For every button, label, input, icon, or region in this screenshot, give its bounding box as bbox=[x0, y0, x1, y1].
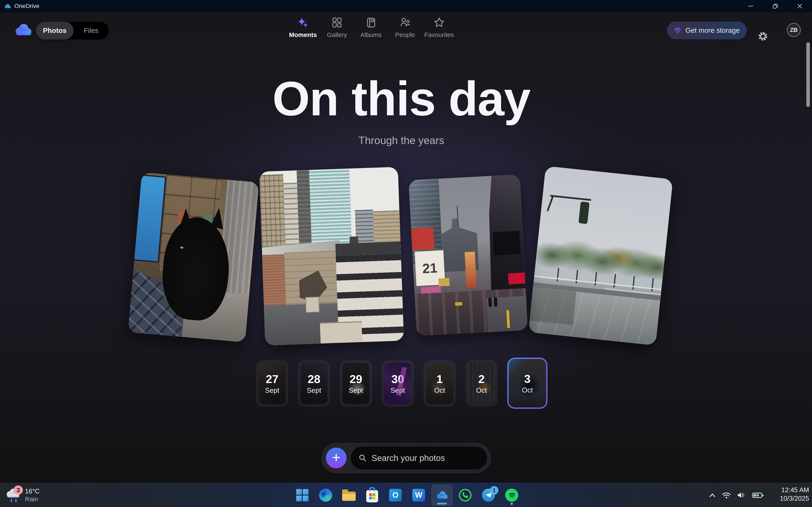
get-more-storage-button[interactable]: Get more storage bbox=[667, 21, 747, 39]
taskbar-microsoft-store[interactable] bbox=[361, 485, 384, 506]
volume-icon[interactable] bbox=[737, 491, 747, 499]
tab-favourites-label: Favourites bbox=[424, 31, 454, 39]
date-chip-30-sept[interactable]: 30 Sept bbox=[382, 360, 414, 407]
toggle-photos[interactable]: Photos bbox=[36, 22, 73, 40]
onedrive-cloud-logo bbox=[13, 22, 33, 37]
chip-month: Sept bbox=[307, 387, 321, 394]
date-chip-thumbnail: 28 Sept bbox=[301, 363, 327, 404]
rain-cloud-icon: 3 bbox=[5, 486, 21, 504]
date-chip-29-sept[interactable]: 29 Sept bbox=[340, 360, 372, 407]
tab-gallery-label: Gallery bbox=[327, 31, 347, 39]
date-chip-thumbnail: 27 Sept bbox=[259, 363, 286, 404]
date-chip-1-oct[interactable]: 1 Oct bbox=[423, 360, 456, 407]
clock-time: 12:45 AM bbox=[780, 486, 809, 494]
chip-month: Sept bbox=[265, 387, 280, 394]
taskbar-telegram[interactable]: 1 bbox=[477, 485, 500, 506]
search-field[interactable] bbox=[351, 447, 487, 469]
date-chip-27-sept[interactable]: 27 Sept bbox=[256, 360, 288, 407]
avatar-initials: ZB bbox=[790, 27, 798, 34]
black-sign bbox=[493, 231, 520, 256]
tab-people[interactable]: People bbox=[388, 17, 422, 39]
close-button[interactable] bbox=[788, 0, 812, 12]
account-avatar[interactable]: ZB bbox=[787, 23, 801, 37]
word-icon: W bbox=[412, 489, 425, 502]
taskbar-clock[interactable]: 12:45 AM 10/3/2025 bbox=[780, 486, 809, 503]
taskbar-file-explorer[interactable] bbox=[337, 485, 361, 506]
tab-favourites[interactable]: Favourites bbox=[422, 17, 456, 39]
billboard-text: 21 bbox=[422, 260, 438, 276]
tab-albums[interactable]: Albums bbox=[354, 17, 388, 39]
file-explorer-icon bbox=[342, 490, 356, 501]
wifi-icon[interactable] bbox=[721, 491, 731, 499]
outlook-icon: O bbox=[389, 489, 402, 502]
chip-day: 27 bbox=[266, 373, 278, 385]
star-icon bbox=[434, 17, 445, 28]
chip-month: Sept bbox=[391, 387, 405, 394]
chip-day: 30 bbox=[392, 373, 404, 385]
taskbar-word[interactable]: W bbox=[407, 485, 430, 506]
telegram-icon: 1 bbox=[482, 489, 495, 502]
windows-logo-icon bbox=[296, 489, 308, 501]
weather-widget[interactable]: 3 16°C Rain bbox=[5, 485, 40, 506]
windows-taskbar: 3 16°C Rain bbox=[0, 483, 812, 507]
page-title: On this day bbox=[0, 73, 803, 124]
start-button[interactable] bbox=[291, 485, 314, 506]
onedrive-app-icon bbox=[435, 490, 449, 500]
hidden-icons-chevron[interactable] bbox=[709, 493, 716, 498]
running-app-indicator bbox=[511, 503, 513, 505]
battery-charging-icon[interactable] bbox=[752, 492, 764, 499]
toggle-files[interactable]: Files bbox=[73, 22, 109, 40]
chip-month: Sept bbox=[349, 387, 363, 394]
taskbar-outlook[interactable]: O bbox=[384, 485, 407, 506]
date-chip-28-sept[interactable]: 28 Sept bbox=[298, 360, 330, 407]
terrace bbox=[320, 321, 362, 343]
yellow-billboard bbox=[438, 278, 450, 286]
photo-search-bar: + bbox=[322, 443, 491, 473]
onedrive-window: OneDrive bbox=[0, 0, 812, 507]
red-billboard bbox=[411, 227, 434, 250]
tab-favourites-people-label: People bbox=[395, 31, 415, 39]
taskbar-spotify[interactable] bbox=[500, 485, 523, 506]
chip-month: Oct bbox=[522, 387, 532, 394]
minimize-button[interactable] bbox=[739, 0, 763, 12]
date-chip-3-oct-selected[interactable]: 3 Oct bbox=[507, 358, 548, 409]
window-title: OneDrive bbox=[14, 3, 39, 9]
restore-icon bbox=[772, 3, 778, 9]
album-book-icon bbox=[366, 17, 376, 28]
telegram-badge: 1 bbox=[490, 486, 498, 495]
weather-notification-badge: 3 bbox=[13, 486, 23, 495]
window-titlebar: OneDrive bbox=[0, 0, 812, 12]
search-icon bbox=[358, 454, 367, 462]
taskbar-onedrive-active[interactable] bbox=[430, 485, 454, 506]
page-subtitle: Through the years bbox=[0, 134, 803, 147]
toggle-photos-label: Photos bbox=[43, 26, 67, 35]
search-input[interactable] bbox=[371, 453, 473, 463]
date-chip-thumbnail: 2 Oct bbox=[468, 363, 495, 404]
maximize-button[interactable] bbox=[763, 0, 788, 12]
puddle bbox=[529, 287, 576, 325]
photo-card-black-cat[interactable] bbox=[128, 172, 259, 342]
gem-icon bbox=[674, 26, 681, 35]
pedestrian bbox=[494, 297, 498, 307]
tab-moments[interactable]: Moments bbox=[286, 17, 320, 39]
spotify-icon bbox=[505, 489, 518, 502]
add-photos-button[interactable]: + bbox=[326, 448, 347, 468]
gallery-grid-icon bbox=[332, 17, 342, 28]
onedrive-titlebar-icon bbox=[3, 3, 11, 9]
photo-card-times-square[interactable]: 21 bbox=[409, 174, 528, 336]
taskbar-whatsapp[interactable] bbox=[454, 485, 477, 506]
date-chip-2-oct[interactable]: 2 Oct bbox=[465, 360, 498, 407]
scrollbar-thumb[interactable] bbox=[806, 42, 810, 107]
chip-month: Oct bbox=[476, 387, 487, 394]
people-icon bbox=[400, 17, 410, 28]
photo-card-rainy-park[interactable] bbox=[528, 166, 673, 346]
microsoft-store-icon bbox=[366, 490, 378, 502]
chip-day: 2 bbox=[478, 373, 485, 385]
date-chip-thumbnail: 30 Sept bbox=[384, 363, 411, 404]
settings-button[interactable] bbox=[757, 30, 769, 43]
tab-gallery[interactable]: Gallery bbox=[320, 17, 354, 39]
photo-card-city-rooftops[interactable] bbox=[259, 167, 404, 345]
tab-moments-label: Moments bbox=[289, 31, 317, 39]
taskbar-edge[interactable] bbox=[314, 485, 337, 506]
view-toggle: Photos Files bbox=[36, 22, 109, 40]
